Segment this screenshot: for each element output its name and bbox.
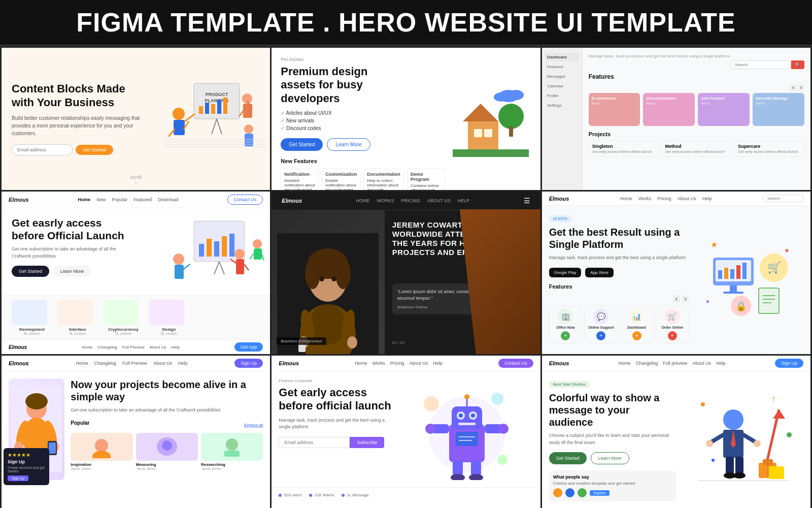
card7-nav-about[interactable]: About Us [153, 361, 172, 366]
card5-nav-works[interactable]: WORKS [377, 198, 394, 203]
card7-pop3-author: Jacob Jones [201, 467, 263, 470]
card9-explore-button[interactable]: Explore [590, 490, 610, 496]
card6-nav-home[interactable]: Home [620, 196, 632, 201]
card8-nav-pricing[interactable]: Pricing [390, 361, 404, 366]
card4-footer-home[interactable]: Home [82, 345, 92, 350]
card4-nav-new[interactable]: New [96, 197, 106, 202]
card5-nav-home[interactable]: HOME [356, 198, 369, 203]
card5-nav-pricing[interactable]: PRICING [401, 198, 420, 203]
card6-search-input[interactable] [763, 195, 803, 202]
sidebar-item-dashboard[interactable]: Dashboard [545, 53, 579, 61]
card8-nav-home[interactable]: Home [355, 361, 367, 366]
card4-footer-about[interactable]: About Us [150, 345, 166, 350]
svg-point-10 [173, 108, 185, 120]
card6-nav-works[interactable]: Works [638, 196, 651, 201]
card6-app-store-button[interactable]: App Store [585, 268, 614, 277]
svg-text:★: ★ [710, 240, 718, 249]
card2-fc-4: Demo Program Contains before official la… [407, 168, 445, 190]
card7-signup-card-button[interactable]: Sign Up [8, 475, 28, 481]
card2-feature-1: Articles about UI/UX [281, 110, 445, 116]
svg-rect-71 [723, 292, 743, 294]
hamburger-icon[interactable]: ☰ [524, 197, 530, 205]
card6-feat1-more-button[interactable]: + [561, 331, 570, 340]
card9-heading: Colorful way to show a message to your a… [549, 392, 676, 428]
card4-footer-help[interactable]: Help [172, 345, 180, 350]
card9-nav-changelog[interactable]: Changelog [636, 361, 658, 366]
card6-feat4-more-button[interactable]: + [668, 331, 677, 340]
card4-nav-download[interactable]: Download [158, 197, 178, 202]
card2-learn-more-button[interactable]: Learn More [327, 138, 370, 151]
card4-contact-button[interactable]: Contact Us [227, 195, 263, 205]
sidebar-item-settings[interactable]: Settings [545, 101, 579, 110]
card8-contact-button[interactable]: Contact Us [498, 359, 533, 368]
card6-prev-button[interactable]: ‹ [673, 296, 680, 302]
card8-email-input[interactable] [279, 437, 350, 448]
card8-nav-about[interactable]: About Us [409, 361, 428, 366]
card6-nav-about[interactable]: About Us [678, 196, 696, 201]
card6-feat3-more-button[interactable]: + [632, 331, 641, 340]
card8-subscribe-button[interactable]: Subscribe [350, 437, 384, 448]
card5-nav-help[interactable]: HELP [458, 198, 470, 203]
card7-signup-button[interactable]: Sign Up [234, 359, 263, 368]
card3-proj-1: Singleton Get early access before offici… [589, 140, 659, 157]
card1-input-row: Get Started [12, 144, 148, 155]
sidebar-item-calendar[interactable]: Calendar [545, 82, 579, 90]
card3-prev-button[interactable]: ‹ [790, 84, 796, 91]
card2-fc-3: Documentation Help to collect informatio… [363, 168, 404, 190]
card2-get-started-button[interactable]: Get Started [281, 138, 323, 151]
card7-nav-home[interactable]: Home [76, 361, 88, 366]
sidebar-item-messages[interactable]: Messages [545, 72, 579, 81]
card3-search-button[interactable]: 🔍 [791, 60, 804, 69]
card8-stats: 518 users 218 Teams 1L Message [272, 487, 540, 502]
sidebar-item-profile[interactable]: Profile [545, 91, 579, 100]
sidebar-item-featured[interactable]: Featured [545, 62, 579, 71]
card4-logo: Elmous [9, 197, 29, 203]
card4-footer-changelog[interactable]: Changelog [97, 345, 117, 350]
card6-office-icon: 🏢 [558, 309, 573, 324]
card4-nav-home[interactable]: Home [78, 197, 90, 202]
card6-nav-pricing[interactable]: Pricing [657, 196, 671, 201]
card7-explore-link[interactable]: Explore all [244, 423, 263, 427]
card8-finance-tag: Finance Corporate [279, 378, 393, 383]
card6-google-play-button[interactable]: Google Play [549, 268, 582, 277]
card3-search-input[interactable] [730, 60, 791, 69]
card4-nav-popular[interactable]: Popular [112, 197, 127, 202]
card7-nav-changelog[interactable]: Changelog [94, 361, 116, 366]
card8-nav-works[interactable]: Works [372, 361, 385, 366]
card1-get-started-button[interactable]: Get Started [76, 145, 113, 155]
card4-footer-logo: Elmous [9, 344, 27, 350]
card4-get-app-button[interactable]: Get App [234, 342, 263, 352]
card9-learn-more-button[interactable]: Learn More [591, 452, 629, 464]
card9-testimonial-title: What people say [553, 474, 672, 480]
card4-get-started-button[interactable]: Get Started [12, 266, 49, 277]
card9-nav-preview[interactable]: Full preview [663, 361, 687, 366]
card9-signup-button[interactable]: Sign Up [775, 359, 803, 368]
card6-next-button[interactable]: › [682, 296, 689, 302]
card6-feat2-more-button[interactable]: + [596, 331, 605, 340]
card4-svg [153, 213, 265, 295]
card7-signup-title: Sign Up [8, 459, 45, 464]
card7-nav-help[interactable]: Help [178, 361, 188, 366]
card9-nav-home[interactable]: Home [619, 361, 631, 366]
card2-feature-2: New arrivals [281, 118, 445, 123]
card8-nav-help[interactable]: Help [433, 361, 443, 366]
card7-nav-preview[interactable]: Full Preview [122, 361, 147, 366]
card9-nav-help[interactable]: Help [716, 361, 726, 366]
card4-footer-nav: Elmous Home Changelog Full Preview About… [2, 339, 270, 354]
card9-nav-about[interactable]: About Us [692, 361, 711, 366]
svg-rect-74 [759, 288, 779, 313]
card3-fg-security: Security Manage Items [753, 93, 804, 126]
card3-next-button[interactable]: › [798, 84, 804, 91]
card4-nav-featured[interactable]: Featured [133, 197, 152, 202]
card5-nav-about[interactable]: ABOUT US [427, 198, 451, 203]
card1-email-input[interactable] [12, 144, 73, 155]
card6-nav-help[interactable]: Help [702, 196, 712, 201]
cat-crypto-count: 5L Lesson [103, 332, 144, 335]
card5-nav-links: HOME WORKS PRICING ABOUT US HELP [356, 198, 469, 203]
card4-nav-links: Home New Popular Featured Download [78, 197, 178, 202]
card-premium-assets: Pro Access Premium design assets for bus… [272, 48, 540, 190]
card9-get-started-button[interactable]: Get Started [549, 452, 587, 464]
card4-learn-more-button[interactable]: Learn More [53, 266, 91, 277]
card4-footer-preview[interactable]: Full Preview [122, 345, 145, 350]
svg-rect-118 [453, 461, 463, 476]
